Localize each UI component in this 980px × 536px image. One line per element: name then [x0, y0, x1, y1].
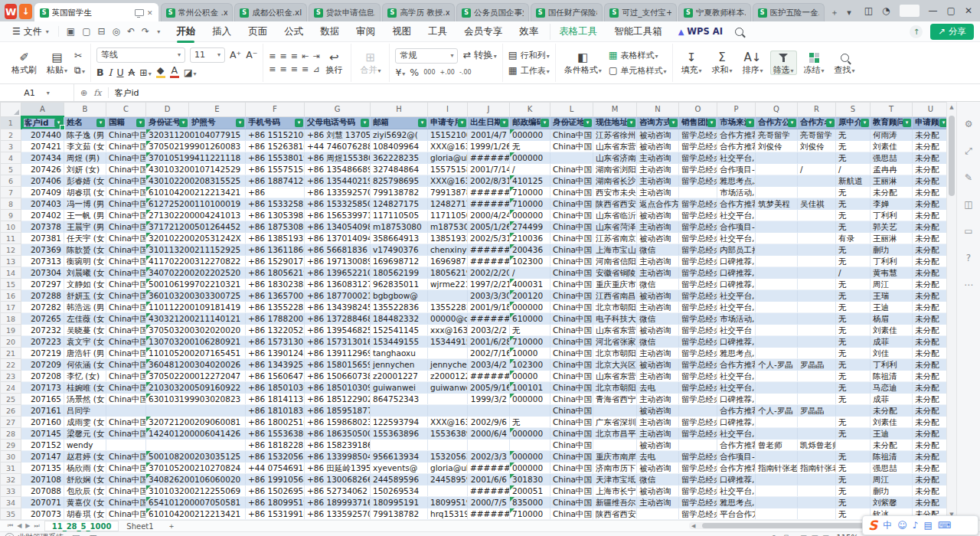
- cell[interactable]: 430103200107142529: [146, 164, 246, 175]
- cell[interactable]: +86 13548668953: [305, 164, 371, 175]
- cell[interactable]: +86 15026953: [246, 485, 305, 497]
- voice-icon[interactable]: ♪: [913, 521, 919, 530]
- cell[interactable]: 被动咨询: [637, 233, 679, 244]
- cell[interactable]: 未分配: [871, 187, 913, 198]
- cell[interactable]: 胡春琪 (女: [64, 508, 106, 520]
- row-header[interactable]: 30: [1, 451, 21, 462]
- underline-button[interactable]: U: [116, 67, 123, 78]
- cell[interactable]: 360481200304020026: [146, 359, 246, 371]
- cell[interactable]: China中国: [550, 313, 593, 325]
- cell[interactable]: 207440: [21, 129, 64, 141]
- cell[interactable]: 180995191: [371, 497, 428, 508]
- cell[interactable]: guiwanwei: [371, 382, 428, 394]
- cell[interactable]: 1999/3/2: [468, 394, 510, 405]
- cell[interactable]: xyevents@: [371, 462, 428, 474]
- cell[interactable]: [756, 497, 798, 508]
- row-header[interactable]: 27: [1, 417, 21, 428]
- row-header[interactable]: 33: [1, 485, 21, 497]
- fill-color-button[interactable]: ◆: [156, 66, 165, 79]
- sort-button[interactable]: A↓ 排序▾: [740, 51, 766, 75]
- cell[interactable]: 2002/7/16: [468, 348, 510, 359]
- cell[interactable]: 169698712: [428, 256, 468, 267]
- cell[interactable]: 370105200210270824: [146, 462, 246, 474]
- expand-icon[interactable]: ⤢: [965, 145, 972, 156]
- minimize-button[interactable]: —: [929, 5, 938, 16]
- cell[interactable]: 内部员工推: [717, 244, 756, 256]
- cell[interactable]: +86 15263810: [246, 141, 305, 152]
- cell[interactable]: China中国: [106, 313, 146, 325]
- cell[interactable]: 710000: [510, 198, 550, 210]
- cell[interactable]: 207421: [21, 141, 64, 152]
- normal-view-icon[interactable]: ▦: [800, 534, 807, 536]
- cell[interactable]: 留学总经办: [679, 267, 717, 279]
- cell[interactable]: China中国: [550, 382, 593, 394]
- cell[interactable]: 610104200212213421: [146, 187, 246, 198]
- cell[interactable]: 曾老师: [756, 440, 798, 451]
- cell[interactable]: China中国: [106, 474, 146, 485]
- align-center-icon[interactable]: ≡: [280, 64, 286, 74]
- cell[interactable]: 200051: [510, 485, 550, 497]
- cell[interactable]: 100101: [510, 382, 550, 394]
- cell[interactable]: 207108: [21, 474, 64, 485]
- cell[interactable]: 主动咨询: [637, 417, 679, 428]
- cell[interactable]: 未分配: [913, 198, 947, 210]
- cell[interactable]: 271302200004241013: [146, 210, 246, 221]
- header-cell[interactable]: 客户id▾: [21, 116, 64, 129]
- cell[interactable]: 任天宇 (女: [64, 233, 106, 244]
- cell[interactable]: 未分配: [913, 359, 947, 371]
- cell[interactable]: 未分配: [913, 279, 947, 290]
- cell[interactable]: m18753080: [428, 221, 468, 233]
- cell[interactable]: 亮哥留学: [756, 129, 798, 141]
- cell[interactable]: 江苏省南京: [593, 233, 637, 244]
- cell[interactable]: 无: [836, 462, 871, 474]
- cell[interactable]: [756, 417, 798, 428]
- cell[interactable]: 207073: [21, 508, 64, 520]
- cell[interactable]: 710000: [510, 336, 550, 348]
- record-icon[interactable]: ▤: [72, 533, 80, 536]
- row-header[interactable]: 15: [1, 279, 21, 290]
- cell[interactable]: 244589596: [428, 474, 468, 485]
- freeze-button[interactable]: 冻结▾: [801, 51, 828, 75]
- cell[interactable]: China中国: [550, 187, 593, 198]
- cell[interactable]: 成菲: [871, 394, 913, 405]
- cell[interactable]: 主动咨询: [637, 302, 679, 313]
- filter-dropdown-icon[interactable]: ▾: [861, 119, 869, 127]
- cell[interactable]: 138519326: [428, 233, 468, 244]
- undo-icon[interactable]: ↶: [127, 26, 135, 37]
- cell[interactable]: +86 13439252: [246, 359, 305, 371]
- cell[interactable]: 返点合作方: [637, 198, 679, 210]
- clipboard-icon[interactable]: ▤: [923, 521, 932, 530]
- cell[interactable]: 留学总经办: [679, 302, 717, 313]
- cell[interactable]: 被动咨询: [637, 129, 679, 141]
- cell[interactable]: [146, 440, 246, 451]
- cell[interactable]: 汤景然 (女: [64, 394, 106, 405]
- cell[interactable]: +86 15986802314: [305, 417, 371, 428]
- cell[interactable]: 陈歆赟 (女: [64, 244, 106, 256]
- cell[interactable]: 110105200207165451: [146, 348, 246, 359]
- menu-tab-context[interactable]: 智能工具箱: [606, 24, 671, 40]
- cell[interactable]: China中国: [550, 497, 593, 508]
- cell[interactable]: 凯烁曾老师: [798, 440, 836, 451]
- cell[interactable]: 180562199: [428, 267, 468, 279]
- cell[interactable]: China中国: [550, 348, 593, 359]
- header-cell[interactable]: 身份证号▾: [146, 116, 189, 129]
- cell[interactable]: 留学总经办: [679, 508, 717, 520]
- cell[interactable]: m18753080: [371, 221, 428, 233]
- cell[interactable]: 207434: [21, 152, 64, 164]
- cell[interactable]: 799138782: [428, 187, 468, 198]
- cell[interactable]: China中国: [550, 302, 593, 313]
- cell[interactable]: 2001/4/7: [468, 129, 510, 141]
- cell[interactable]: +86 13439824525: [305, 302, 371, 313]
- cell[interactable]: 000000: [510, 302, 550, 313]
- cell[interactable]: [756, 394, 798, 405]
- sheet-area[interactable]: ABCDEFGHIJKLMNOPQRSTU1客户id▾姓名▾国籍▾身份证号▾护照…: [0, 102, 946, 520]
- cell[interactable]: 207152: [21, 440, 64, 451]
- cell[interactable]: 135522836: [371, 302, 428, 313]
- cell[interactable]: 舒欣娴 (女: [64, 474, 106, 485]
- share-button[interactable]: ↗ 分享: [930, 24, 974, 40]
- cell[interactable]: 未分配: [913, 313, 947, 325]
- cell[interactable]: 2002/3/3: [468, 451, 510, 462]
- cell[interactable]: China中国: [550, 485, 593, 497]
- orientation-icon[interactable]: ⊿: [312, 64, 318, 74]
- cell[interactable]: 153205639: [428, 451, 468, 462]
